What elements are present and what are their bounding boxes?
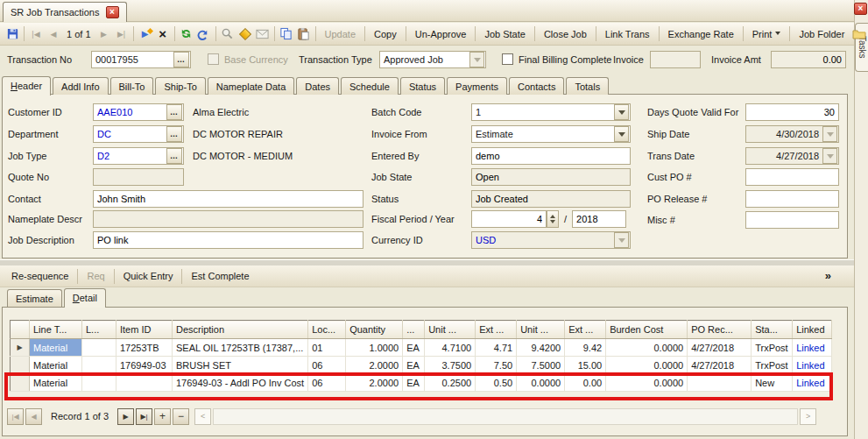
previous-record-icon[interactable]: ◀ — [45, 25, 62, 43]
job-description-field[interactable] — [93, 231, 363, 249]
cell-l[interactable] — [82, 357, 116, 374]
cell-loc[interactable]: 06 — [308, 357, 346, 374]
col-burden-cost[interactable]: Burden Cost — [606, 321, 688, 339]
tab-addl-info[interactable]: Addl Info — [53, 77, 108, 95]
save-icon[interactable] — [4, 25, 21, 43]
trans-date-dropdown-icon[interactable] — [822, 148, 837, 164]
invoice-field[interactable] — [650, 51, 701, 68]
cell-ext-price[interactable]: 0.00 — [565, 374, 606, 392]
cell-uom[interactable]: EA — [403, 339, 425, 357]
run-icon[interactable]: ▶ — [137, 25, 154, 43]
tab-dates[interactable]: Dates — [296, 77, 339, 95]
job-folder-icon[interactable] — [850, 25, 868, 43]
cell-uom[interactable]: EA — [403, 357, 425, 374]
exchange-rate-button[interactable]: Exchange Rate — [662, 26, 740, 42]
horizontal-scrollbar-track[interactable] — [213, 408, 798, 425]
next-record-icon[interactable]: ▶ — [95, 25, 113, 43]
window-close-icon[interactable]: × — [854, 3, 867, 15]
undo-icon[interactable] — [195, 25, 213, 43]
cell-unit-cost[interactable]: 0.2500 — [425, 374, 476, 392]
col-l[interactable]: L... — [82, 321, 116, 339]
cell-quantity[interactable]: 1.0000 — [346, 339, 403, 357]
tab-sr-job-transactions[interactable]: SR Job Transactions × — [3, 2, 127, 22]
tab-nameplate-data[interactable]: Nameplate Data — [208, 77, 295, 95]
tab-estimate[interactable]: Estimate — [7, 289, 62, 307]
ship-date-dropdown-icon[interactable] — [822, 126, 837, 142]
preview-icon[interactable] — [219, 25, 236, 43]
toolbar-overflow-icon[interactable]: » — [825, 269, 831, 282]
quote-no-field[interactable] — [93, 168, 184, 186]
tab-contacts[interactable]: Contacts — [509, 77, 564, 95]
col-ext-cost[interactable]: Ext ... — [476, 321, 517, 339]
cell-unit-cost[interactable]: 3.7500 — [425, 357, 476, 374]
batch-code-dropdown-icon[interactable] — [614, 104, 629, 120]
quick-entry-button[interactable]: Quick Entry — [117, 268, 180, 284]
col-status[interactable]: Sta... — [752, 321, 793, 339]
currency-id-combo[interactable]: USD — [471, 231, 631, 249]
hscroll-right-icon[interactable]: > — [800, 408, 816, 425]
cell-unit-price[interactable]: 0.0000 — [517, 374, 565, 392]
cell-loc[interactable]: 06 — [308, 374, 346, 392]
final-billing-complete-checkbox[interactable] — [502, 53, 513, 65]
record-next-button[interactable]: ▶ — [117, 408, 134, 425]
row-selector[interactable] — [11, 374, 30, 392]
transaction-type-combo[interactable]: Approved Job — [379, 51, 486, 68]
nameplate-descr-field[interactable] — [93, 210, 363, 228]
col-description[interactable]: Description — [173, 321, 308, 339]
fiscal-period-spinner[interactable] — [547, 210, 559, 228]
col-item-id[interactable]: Item ID — [116, 321, 173, 339]
cell-po-rec[interactable]: 4/27/2018 — [688, 339, 752, 357]
col-line-type[interactable]: Line T... — [30, 321, 82, 339]
cell-linked-link[interactable]: Linked — [793, 357, 832, 374]
cell-loc[interactable]: 01 — [308, 339, 346, 357]
cell-description[interactable]: BRUSH SET — [173, 357, 308, 374]
cell-linked-link[interactable]: Linked — [793, 374, 832, 392]
cell-ext-price[interactable]: 15.00 — [565, 357, 606, 374]
batch-code-combo[interactable]: 1 — [471, 103, 631, 121]
row-selector[interactable] — [11, 357, 30, 374]
cell-description[interactable]: SEAL OIL 17253TB (17387,... — [173, 339, 308, 357]
tab-detail[interactable]: Detail — [64, 288, 106, 308]
tab-status[interactable]: Status — [400, 77, 445, 95]
link-trans-button[interactable]: Link Trans — [599, 26, 656, 42]
po-release-field[interactable] — [745, 190, 839, 208]
transaction-no-field[interactable]: 00017955 … — [91, 51, 191, 68]
entered-by-field[interactable] — [471, 147, 631, 165]
invoice-amt-field[interactable] — [771, 51, 846, 68]
hscroll-left-icon[interactable]: < — [194, 408, 211, 425]
cell-item-id[interactable] — [116, 374, 173, 392]
base-currency-checkbox[interactable] — [208, 53, 219, 65]
un-approve-button[interactable]: Un-Approve — [409, 26, 473, 42]
department-lookup-button[interactable]: … — [166, 126, 182, 142]
cell-line-type[interactable]: Material — [30, 374, 82, 392]
last-record-icon[interactable]: ▶| — [113, 25, 131, 43]
cell-linked-link[interactable]: Linked — [793, 339, 832, 357]
re-sequence-button[interactable]: Re-sequence — [5, 268, 74, 284]
cell-l[interactable] — [82, 374, 116, 392]
job-folder-button[interactable]: Job Folder — [793, 26, 850, 42]
fiscal-period-field[interactable] — [471, 210, 547, 228]
col-po-rec[interactable]: PO Rec... — [688, 321, 752, 339]
tab-totals[interactable]: Totals — [566, 77, 609, 95]
cust-po-field[interactable] — [745, 168, 839, 186]
cell-line-type[interactable]: Material — [30, 339, 82, 357]
cell-burden-cost[interactable]: 0.0000 — [606, 339, 688, 357]
department-field[interactable]: DC … — [93, 125, 184, 143]
record-first-button[interactable]: |◀ — [7, 408, 24, 425]
contact-field[interactable] — [93, 190, 363, 208]
trans-date-field[interactable]: 4/27/2018 — [745, 147, 839, 165]
transaction-type-dropdown-icon[interactable] — [469, 52, 484, 67]
currency-id-dropdown-icon[interactable] — [614, 232, 629, 248]
est-complete-button[interactable]: Est Complete — [185, 268, 255, 284]
record-prev-button[interactable]: ◀ — [25, 408, 42, 425]
cell-description[interactable]: 176949-03 - Addl PO Inv Cost — [173, 374, 308, 392]
update-button[interactable]: Update — [319, 26, 362, 42]
ship-date-field[interactable]: 4/30/2018 — [745, 125, 839, 143]
invoice-from-combo[interactable]: Estimate — [471, 125, 631, 143]
cell-item-id[interactable]: 176949-03 — [116, 357, 173, 374]
delete-icon[interactable]: × — [154, 25, 172, 43]
record-add-button[interactable]: + — [154, 408, 171, 425]
cell-ext-cost[interactable]: 4.71 — [476, 339, 517, 357]
cell-line-type[interactable]: Material — [30, 357, 82, 374]
transaction-no-lookup-button[interactable]: … — [173, 52, 189, 67]
